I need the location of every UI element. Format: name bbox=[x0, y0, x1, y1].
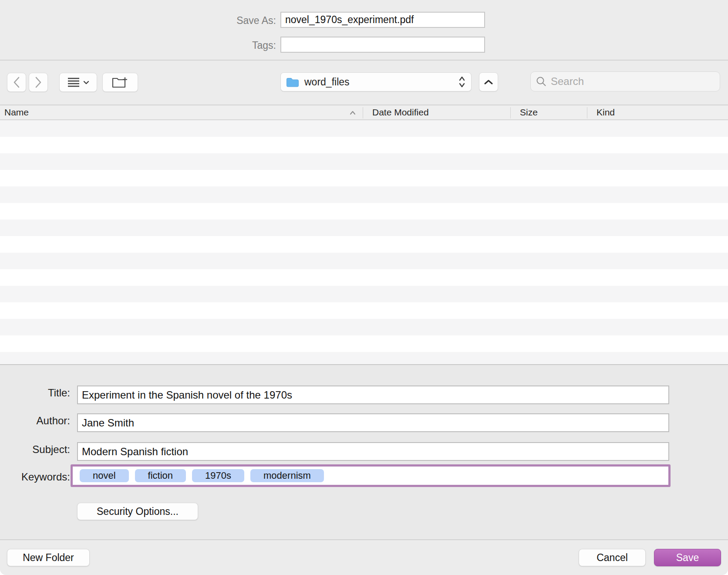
author-label: Author: bbox=[0, 415, 70, 427]
chevron-up-icon bbox=[484, 79, 493, 85]
file-table-header: Name Date Modified Size Kind bbox=[0, 105, 728, 120]
subject-input[interactable] bbox=[77, 442, 669, 461]
keyword-token[interactable]: modernism bbox=[250, 469, 324, 482]
column-header-name[interactable]: Name bbox=[4, 105, 29, 120]
column-divider[interactable] bbox=[587, 107, 587, 118]
up-directory-button[interactable] bbox=[479, 72, 498, 91]
keyword-token[interactable]: fiction bbox=[135, 469, 186, 482]
divider bbox=[0, 60, 728, 61]
column-divider[interactable] bbox=[363, 107, 363, 118]
pdf-metadata-panel: Title: Author: Subject: Keywords: novel … bbox=[0, 365, 728, 539]
list-view-icon bbox=[67, 77, 80, 88]
file-list[interactable] bbox=[0, 120, 728, 365]
title-label: Title: bbox=[0, 387, 70, 399]
new-folder-toolbar-button[interactable] bbox=[102, 73, 138, 92]
location-label: word_files bbox=[304, 76, 458, 88]
keyword-token[interactable]: 1970s bbox=[192, 469, 244, 482]
cancel-button[interactable]: Cancel bbox=[579, 549, 646, 566]
view-options-button[interactable] bbox=[59, 73, 97, 92]
forward-button[interactable] bbox=[29, 73, 48, 92]
keywords-input[interactable]: novel fiction 1970s modernism bbox=[71, 464, 671, 487]
chevron-up-down-icon bbox=[458, 75, 466, 89]
tags-label: Tags: bbox=[145, 37, 276, 54]
chevron-right-icon bbox=[35, 77, 42, 88]
new-folder-icon bbox=[111, 76, 129, 89]
save-dialog: Save As: Tags: bbox=[0, 0, 728, 575]
location-dropdown[interactable]: word_files bbox=[280, 72, 472, 91]
author-input[interactable] bbox=[77, 413, 669, 432]
title-input[interactable] bbox=[77, 386, 669, 404]
search-icon bbox=[536, 76, 546, 87]
column-header-date-modified[interactable]: Date Modified bbox=[372, 105, 429, 120]
save-button[interactable]: Save bbox=[654, 549, 721, 566]
security-options-button[interactable]: Security Options... bbox=[77, 503, 198, 520]
subject-label: Subject: bbox=[0, 443, 70, 456]
chevron-down-icon bbox=[83, 81, 89, 85]
search-input[interactable] bbox=[550, 75, 715, 88]
folder-icon bbox=[286, 77, 299, 87]
new-folder-button[interactable]: New Folder bbox=[7, 549, 90, 566]
chevron-left-icon bbox=[13, 77, 20, 88]
keyword-token[interactable]: novel bbox=[80, 469, 129, 482]
save-as-input[interactable] bbox=[280, 12, 485, 28]
search-field[interactable] bbox=[530, 71, 720, 91]
tags-input[interactable] bbox=[280, 37, 485, 53]
back-button[interactable] bbox=[7, 73, 26, 92]
column-header-size[interactable]: Size bbox=[520, 105, 538, 120]
sort-ascending-icon bbox=[349, 106, 356, 121]
dialog-footer: New Folder Cancel Save bbox=[0, 539, 728, 575]
keywords-label: Keywords: bbox=[0, 471, 70, 483]
column-divider[interactable] bbox=[510, 107, 511, 118]
column-header-kind[interactable]: Kind bbox=[597, 105, 615, 120]
save-as-label: Save As: bbox=[145, 13, 276, 29]
